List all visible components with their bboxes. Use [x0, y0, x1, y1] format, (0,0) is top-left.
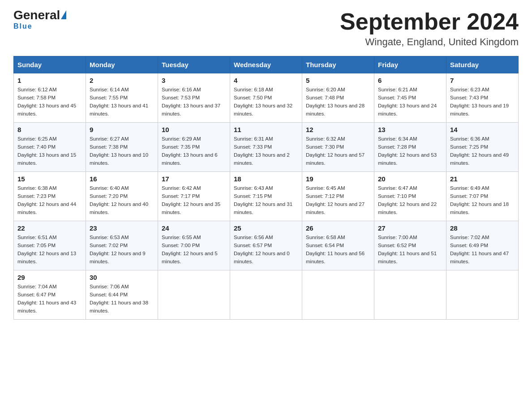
- table-row: 29 Sunrise: 7:04 AM Sunset: 6:47 PM Dayl…: [14, 270, 86, 320]
- table-row: 19 Sunrise: 6:45 AM Sunset: 7:12 PM Dayl…: [302, 172, 374, 221]
- day-info: Sunrise: 6:53 AM Sunset: 7:02 PM Dayligh…: [90, 234, 154, 265]
- day-info: Sunrise: 6:43 AM Sunset: 7:15 PM Dayligh…: [234, 184, 298, 216]
- table-row: 18 Sunrise: 6:43 AM Sunset: 7:15 PM Dayl…: [230, 172, 302, 221]
- day-info: Sunrise: 7:02 AM Sunset: 6:49 PM Dayligh…: [450, 234, 515, 265]
- table-row: 16 Sunrise: 6:40 AM Sunset: 7:20 PM Dayl…: [86, 172, 158, 221]
- day-number: 14: [450, 126, 515, 133]
- day-info: Sunrise: 6:16 AM Sunset: 7:53 PM Dayligh…: [162, 86, 226, 118]
- calendar-header-row: Sunday Monday Tuesday Wednesday Thursday…: [14, 56, 519, 73]
- day-info: Sunrise: 7:04 AM Sunset: 6:47 PM Dayligh…: [17, 283, 82, 315]
- day-info: Sunrise: 6:21 AM Sunset: 7:45 PM Dayligh…: [378, 86, 442, 118]
- day-number: 29: [17, 274, 82, 281]
- day-info: Sunrise: 6:18 AM Sunset: 7:50 PM Dayligh…: [234, 86, 298, 118]
- table-row: 24 Sunrise: 6:55 AM Sunset: 7:00 PM Dayl…: [158, 221, 230, 270]
- day-number: 26: [306, 224, 370, 232]
- logo-triangle-icon: [61, 10, 66, 19]
- day-info: Sunrise: 6:51 AM Sunset: 7:05 PM Dayligh…: [17, 234, 82, 265]
- day-info: Sunrise: 6:34 AM Sunset: 7:28 PM Dayligh…: [378, 135, 442, 167]
- day-info: Sunrise: 6:20 AM Sunset: 7:48 PM Dayligh…: [306, 86, 370, 118]
- table-row: 11 Sunrise: 6:31 AM Sunset: 7:33 PM Dayl…: [230, 123, 302, 172]
- header-friday: Friday: [374, 56, 446, 73]
- table-row: 17 Sunrise: 6:42 AM Sunset: 7:17 PM Dayl…: [158, 172, 230, 221]
- table-row: 10 Sunrise: 6:29 AM Sunset: 7:35 PM Dayl…: [158, 123, 230, 172]
- day-number: 12: [306, 126, 370, 133]
- day-number: 15: [17, 175, 82, 183]
- table-row: 20 Sunrise: 6:47 AM Sunset: 7:10 PM Dayl…: [374, 172, 446, 221]
- day-info: Sunrise: 6:29 AM Sunset: 7:35 PM Dayligh…: [162, 135, 226, 167]
- day-number: 28: [450, 224, 515, 232]
- day-number: 1: [17, 77, 82, 84]
- day-info: Sunrise: 6:38 AM Sunset: 7:23 PM Dayligh…: [17, 184, 82, 216]
- table-row: 13 Sunrise: 6:34 AM Sunset: 7:28 PM Dayl…: [374, 123, 446, 172]
- day-info: Sunrise: 6:56 AM Sunset: 6:57 PM Dayligh…: [234, 234, 298, 265]
- day-info: Sunrise: 6:42 AM Sunset: 7:17 PM Dayligh…: [162, 184, 226, 216]
- day-number: 2: [90, 77, 154, 84]
- location-label: Wingate, England, United Kingdom: [340, 36, 519, 48]
- calendar-table: Sunday Monday Tuesday Wednesday Thursday…: [13, 56, 519, 320]
- day-number: 11: [234, 126, 298, 133]
- day-number: 19: [306, 175, 370, 183]
- day-number: 4: [234, 77, 298, 84]
- day-number: 7: [450, 77, 515, 84]
- day-info: Sunrise: 6:40 AM Sunset: 7:20 PM Dayligh…: [90, 184, 154, 216]
- table-row: 26 Sunrise: 6:58 AM Sunset: 6:54 PM Dayl…: [302, 221, 374, 270]
- day-info: Sunrise: 6:49 AM Sunset: 7:07 PM Dayligh…: [450, 184, 515, 216]
- day-info: Sunrise: 6:12 AM Sunset: 7:58 PM Dayligh…: [17, 86, 82, 118]
- day-info: Sunrise: 6:36 AM Sunset: 7:25 PM Dayligh…: [450, 135, 515, 167]
- day-info: Sunrise: 7:00 AM Sunset: 6:52 PM Dayligh…: [378, 234, 442, 265]
- day-number: 30: [90, 274, 154, 281]
- calendar-title: September 2024: [340, 9, 519, 34]
- table-row: 30 Sunrise: 7:06 AM Sunset: 6:44 PM Dayl…: [86, 270, 158, 320]
- title-area: September 2024 Wingate, England, United …: [340, 9, 519, 48]
- table-row: 15 Sunrise: 6:38 AM Sunset: 7:23 PM Dayl…: [14, 172, 86, 221]
- day-info: Sunrise: 6:25 AM Sunset: 7:40 PM Dayligh…: [17, 135, 82, 167]
- day-number: 18: [234, 175, 298, 183]
- table-row: 7 Sunrise: 6:23 AM Sunset: 7:43 PM Dayli…: [446, 73, 519, 123]
- day-number: 22: [17, 224, 82, 232]
- page-header: General Blue September 2024 Wingate, Eng…: [13, 9, 519, 48]
- day-number: 23: [90, 224, 154, 232]
- header-tuesday: Tuesday: [158, 56, 230, 73]
- header-monday: Monday: [86, 56, 158, 73]
- day-info: Sunrise: 6:55 AM Sunset: 7:00 PM Dayligh…: [162, 234, 226, 265]
- day-info: Sunrise: 6:23 AM Sunset: 7:43 PM Dayligh…: [450, 86, 515, 118]
- table-row: [230, 270, 302, 320]
- table-row: 5 Sunrise: 6:20 AM Sunset: 7:48 PM Dayli…: [302, 73, 374, 123]
- day-info: Sunrise: 6:14 AM Sunset: 7:55 PM Dayligh…: [90, 86, 154, 118]
- header-wednesday: Wednesday: [230, 56, 302, 73]
- logo-text: General: [13, 9, 66, 21]
- day-number: 16: [90, 175, 154, 183]
- day-info: Sunrise: 6:31 AM Sunset: 7:33 PM Dayligh…: [234, 135, 298, 167]
- day-number: 25: [234, 224, 298, 232]
- header-thursday: Thursday: [302, 56, 374, 73]
- day-info: Sunrise: 6:45 AM Sunset: 7:12 PM Dayligh…: [306, 184, 370, 216]
- day-number: 6: [378, 77, 442, 84]
- day-number: 17: [162, 175, 226, 183]
- table-row: [374, 270, 446, 320]
- table-row: [446, 270, 519, 320]
- day-number: 5: [306, 77, 370, 84]
- day-number: 24: [162, 224, 226, 232]
- table-row: 21 Sunrise: 6:49 AM Sunset: 7:07 PM Dayl…: [446, 172, 519, 221]
- day-number: 20: [378, 175, 442, 183]
- day-number: 10: [162, 126, 226, 133]
- table-row: 8 Sunrise: 6:25 AM Sunset: 7:40 PM Dayli…: [14, 123, 86, 172]
- table-row: 23 Sunrise: 6:53 AM Sunset: 7:02 PM Dayl…: [86, 221, 158, 270]
- logo-blue: Blue: [13, 22, 33, 30]
- day-info: Sunrise: 6:27 AM Sunset: 7:38 PM Dayligh…: [90, 135, 154, 167]
- day-number: 9: [90, 126, 154, 133]
- day-info: Sunrise: 6:47 AM Sunset: 7:10 PM Dayligh…: [378, 184, 442, 216]
- day-number: 8: [17, 126, 82, 133]
- day-number: 3: [162, 77, 226, 84]
- day-number: 27: [378, 224, 442, 232]
- day-number: 13: [378, 126, 442, 133]
- table-row: 1 Sunrise: 6:12 AM Sunset: 7:58 PM Dayli…: [14, 73, 86, 123]
- table-row: [302, 270, 374, 320]
- day-info: Sunrise: 7:06 AM Sunset: 6:44 PM Dayligh…: [90, 283, 154, 315]
- table-row: 14 Sunrise: 6:36 AM Sunset: 7:25 PM Dayl…: [446, 123, 519, 172]
- header-sunday: Sunday: [14, 56, 86, 73]
- table-row: 27 Sunrise: 7:00 AM Sunset: 6:52 PM Dayl…: [374, 221, 446, 270]
- table-row: 9 Sunrise: 6:27 AM Sunset: 7:38 PM Dayli…: [86, 123, 158, 172]
- day-number: 21: [450, 175, 515, 183]
- table-row: [158, 270, 230, 320]
